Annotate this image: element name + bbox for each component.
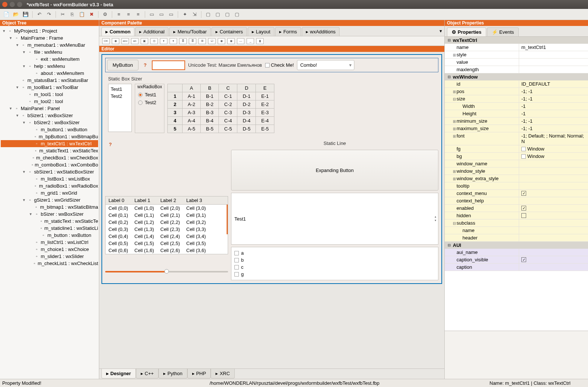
radiobox[interactable]: wxRadioBox Test1Test2 bbox=[135, 84, 164, 133]
tree-node[interactable]: ▫m_bitmap1 : wxStaticBitma bbox=[1, 204, 98, 211]
widget-anim-icon[interactable]: ◎ bbox=[150, 38, 158, 44]
border4-icon[interactable]: ▢ bbox=[233, 10, 241, 19]
prop-row[interactable]: ⊞minimum_size-1; -1 bbox=[445, 118, 588, 125]
spin-up-icon[interactable]: ▴ bbox=[434, 215, 437, 219]
prop-row[interactable]: caption bbox=[445, 264, 588, 271]
prop-section[interactable]: ⊟wxWindow bbox=[445, 73, 588, 80]
tree-node[interactable]: ▫m_textCtrl1 : wxTextCtrl bbox=[1, 140, 98, 147]
prop-row[interactable]: fg Window bbox=[445, 145, 588, 153]
bottom-tab-designer[interactable]: ▸Designer bbox=[101, 369, 136, 378]
tree-node[interactable]: ▫m_listCtrl1 : wxListCtrl bbox=[1, 239, 98, 246]
tree-node[interactable]: ▫m_comboBox1 : wxComboBo bbox=[1, 161, 98, 168]
prop-row[interactable]: ⊞window_extra_style bbox=[445, 175, 588, 182]
prop-row[interactable]: ⊞window_style bbox=[445, 168, 588, 175]
expand-icon[interactable]: ✦ bbox=[181, 10, 189, 19]
listctrl-header-cell[interactable]: Label 1 bbox=[131, 196, 157, 204]
designer-surface[interactable]: MyButton ? Unicode Test: Максим Емельяно… bbox=[101, 54, 442, 284]
prop-row[interactable]: idID_DEFAULT bbox=[445, 80, 588, 88]
object-tree[interactable]: ▾▫MyProject1 : Project▾▫MainFrame : Fram… bbox=[0, 26, 99, 379]
prop-row[interactable]: tooltip bbox=[445, 182, 588, 190]
list-item[interactable]: Test2 bbox=[110, 93, 130, 100]
widget-checkbox-icon[interactable]: ☑ bbox=[208, 38, 216, 44]
align-right-icon[interactable]: ≡ bbox=[134, 10, 142, 19]
help-icon[interactable]: ? bbox=[141, 62, 149, 69]
prop-row[interactable]: ⊞pos-1; -1 bbox=[445, 88, 588, 95]
radio-option[interactable]: Test2 bbox=[138, 99, 161, 106]
widget-gauge-icon[interactable]: ▮ bbox=[256, 38, 264, 44]
tree-node[interactable]: ▾▫gSizer1 : wxGridSizer bbox=[1, 196, 98, 204]
window-close-icon[interactable] bbox=[2, 2, 7, 7]
tree-node[interactable]: ▫m_checkList1 : wxCheckList bbox=[1, 260, 98, 267]
tree-node[interactable]: ▫m_tool1 : tool bbox=[1, 91, 98, 98]
tree-node[interactable]: ▾▫help : wxMenu bbox=[1, 63, 98, 70]
prop-row[interactable]: ⊞font-1; Default; ; Normal; Normal; N bbox=[445, 132, 588, 145]
tree-node[interactable]: ▾▫m_menubar1 : wxMenuBar bbox=[1, 42, 98, 49]
widget-button-icon[interactable]: OK bbox=[102, 38, 110, 44]
border2-icon[interactable]: ▢ bbox=[214, 10, 222, 19]
bottom-tab-xrc[interactable]: ▸XRC bbox=[211, 369, 234, 378]
prop-row[interactable]: value bbox=[445, 59, 588, 66]
listctrl-row[interactable]: Cell (0,4)Cell (1,4)Cell (2,4)Cell (3,4) bbox=[106, 233, 228, 240]
generate-icon[interactable]: ⚙ bbox=[101, 10, 109, 19]
widget-textctrl-icon[interactable]: ab bbox=[131, 38, 138, 44]
checklist-item[interactable]: c bbox=[234, 264, 435, 271]
tree-node[interactable]: ▫m_tool2 : tool bbox=[1, 98, 98, 105]
prop-row[interactable]: ⊞maximum_size-1; -1 bbox=[445, 125, 588, 132]
mybutton[interactable]: MyButton bbox=[107, 60, 138, 70]
prop-row[interactable]: ⊞style bbox=[445, 51, 588, 59]
slider[interactable] bbox=[105, 268, 228, 275]
tree-node[interactable]: ▫m_button : wxButton bbox=[1, 232, 98, 239]
palette-tab-common[interactable]: ▸Common bbox=[101, 27, 134, 36]
palette-tab-menutoolbar[interactable]: ▸Menu/Toolbar bbox=[169, 27, 211, 36]
prop-row[interactable]: aui_name bbox=[445, 249, 588, 256]
radio-option[interactable]: Test1 bbox=[138, 91, 161, 99]
bottom-tab-php[interactable]: ▸PHP bbox=[187, 369, 211, 378]
check-list[interactable]: abcg bbox=[231, 247, 438, 280]
widget-listbox-icon[interactable]: ≣ bbox=[179, 38, 187, 44]
copy-icon[interactable]: ⎘ bbox=[68, 10, 76, 19]
open-icon[interactable]: 📂 bbox=[12, 10, 20, 19]
tree-node[interactable]: ▫m_button1 : wxButton bbox=[1, 126, 98, 133]
checklist-item[interactable]: a bbox=[234, 249, 435, 257]
prop-row[interactable]: enabled✓ bbox=[445, 205, 588, 212]
palette-tab-forms[interactable]: ▸Forms bbox=[275, 27, 301, 36]
listctrl-row[interactable]: Cell (0,2)Cell (1,2)Cell (2,2)Cell (3,2) bbox=[106, 219, 228, 226]
grid[interactable]: ABCDE1A-1B-1C-1D-1E-12A-2B-2C-2D-2E-23A-… bbox=[167, 84, 274, 133]
save-icon[interactable]: 💾 bbox=[21, 10, 30, 19]
stretch-icon[interactable]: ⇲ bbox=[190, 10, 198, 19]
paste-icon[interactable]: 📋 bbox=[78, 10, 86, 19]
prop-row[interactable]: namem_textCtrl1 bbox=[445, 44, 588, 51]
tree-node[interactable]: ▫m_listBox1 : wxListBox bbox=[1, 175, 98, 182]
tree-node[interactable]: ▫m_radioBox1 : wxRadioBox bbox=[1, 182, 98, 189]
prop-row[interactable]: name bbox=[445, 227, 588, 234]
bottom-tab-c[interactable]: ▸C++ bbox=[136, 369, 159, 378]
prop-row[interactable]: header bbox=[445, 234, 588, 242]
prop-tab-properties[interactable]: ⚙Properties bbox=[447, 27, 486, 36]
selected-textctrl[interactable] bbox=[152, 60, 185, 70]
tree-node[interactable]: ▾▫sbSizer1 : wxStaticBoxSizer bbox=[1, 168, 98, 175]
prop-section[interactable]: ⊟wxTextCtrl bbox=[445, 37, 588, 44]
prop-row[interactable]: hidden bbox=[445, 212, 588, 219]
widget-line-icon[interactable]: — bbox=[237, 38, 244, 44]
widget-listctrl-icon[interactable]: ≣ bbox=[189, 38, 196, 44]
palette-overflow-icon[interactable]: ▾ bbox=[440, 28, 442, 34]
redo-icon[interactable]: ↷ bbox=[45, 10, 53, 19]
tree-node[interactable]: ▫m_checkBox1 : wxCheckBox bbox=[1, 154, 98, 161]
prop-tab-events[interactable]: ⚡Events bbox=[487, 27, 519, 36]
tree-node[interactable]: ▾▫MainFrame : Frame bbox=[1, 34, 98, 42]
tree-node[interactable]: ▫m_bpButton1 : wxBitmapBu bbox=[1, 133, 98, 140]
prop-row[interactable]: Height-1 bbox=[445, 110, 588, 118]
spin-down-icon[interactable]: ▾ bbox=[434, 219, 437, 222]
layout2-icon[interactable]: ▭ bbox=[157, 10, 166, 19]
tree-node[interactable]: ▾▫bSizer1 : wxBoxSizer bbox=[1, 112, 98, 119]
checklist-item[interactable]: b bbox=[234, 257, 435, 264]
border1-icon[interactable]: ▢ bbox=[204, 10, 212, 19]
prop-row[interactable]: Width-1 bbox=[445, 103, 588, 110]
align-center-icon[interactable]: ≡ bbox=[124, 10, 133, 19]
tree-node[interactable]: ▫m_slider1 : wxSlider bbox=[1, 253, 98, 260]
listctrl-row[interactable]: Cell (0,0)Cell (1,0)Cell (2,0)Cell (3,0) bbox=[106, 205, 228, 212]
undo-icon[interactable]: ↶ bbox=[35, 10, 43, 19]
align-left-icon[interactable]: ≡ bbox=[115, 10, 123, 19]
prop-row[interactable]: bg Window bbox=[445, 153, 588, 160]
widget-bitmap-icon[interactable]: ▣ bbox=[141, 38, 148, 44]
